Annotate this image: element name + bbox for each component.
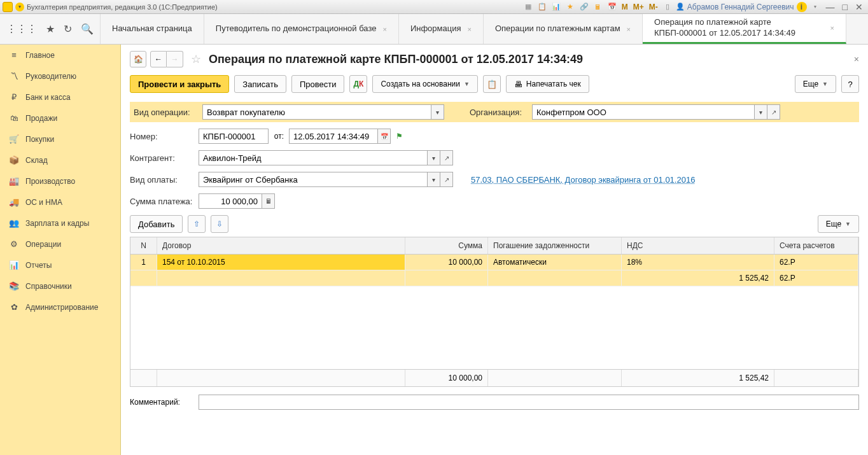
favorite-star-icon[interactable]: ☆	[191, 52, 201, 66]
maximize-button[interactable]: □	[840, 2, 850, 12]
calc-icon[interactable]: 🖩	[592, 1, 604, 13]
table-row[interactable]: 1 154 от 10.10.2015 10 000,00 Автоматиче…	[130, 255, 858, 270]
tab-card-op-doc[interactable]: Операция по платежной карте КПБП-000001 …	[643, 14, 846, 44]
sidebar-item-catalogs[interactable]: 📚Справочники	[0, 276, 120, 297]
move-up-button[interactable]	[188, 215, 206, 233]
payment-type-input[interactable]	[199, 172, 428, 187]
settings-icon: ✿	[9, 302, 19, 312]
print-check-button[interactable]: Напечатать чек	[506, 75, 589, 93]
history-icon[interactable]: ↻	[64, 23, 72, 35]
dk-button[interactable]: ДК	[349, 75, 367, 93]
dropdown-button[interactable]: ▾	[755, 104, 767, 120]
tab-guide[interactable]: Путеводитель по демонстрационной базе×	[204, 14, 399, 44]
back-button[interactable]: ←	[150, 51, 167, 67]
search-icon[interactable]: 🔍	[81, 23, 94, 35]
info-icon[interactable]: i	[797, 2, 807, 12]
page-header: 🏠 ← → ☆ Операция по платежной карте КПБП…	[130, 51, 859, 67]
col-acc[interactable]: Счета расчетов	[774, 237, 858, 254]
sidebar-item-sales[interactable]: 🛍Продажи	[0, 108, 120, 129]
m-button[interactable]: M	[620, 3, 629, 11]
sidebar-item-reports[interactable]: 📊Отчеты	[0, 255, 120, 276]
dropdown-button[interactable]: ▾	[428, 172, 440, 187]
forward-button[interactable]: →	[167, 51, 183, 67]
grid-header: N Договор Сумма Погашение задолженности …	[130, 237, 858, 255]
org-input[interactable]	[532, 104, 755, 120]
post-and-close-button[interactable]: Провести и закрыть	[130, 75, 229, 93]
sidebar-item-production[interactable]: 🏭Производство	[0, 171, 120, 192]
sidebar-item-bank[interactable]: ₽Банк и касса	[0, 87, 120, 108]
close-icon[interactable]: ×	[627, 25, 631, 33]
col-sum[interactable]: Сумма	[405, 237, 488, 254]
more-button[interactable]: Еще ▼	[795, 75, 836, 93]
sidebar-item-operations[interactable]: ⚙Операции	[0, 234, 120, 255]
open-button[interactable]: ↗	[440, 150, 453, 165]
arrow-down-icon	[216, 220, 223, 228]
star-icon[interactable]: ★	[564, 1, 576, 13]
clipboard-icon[interactable]: 📋	[536, 1, 548, 13]
sidebar-item-admin[interactable]: ✿Администрирование	[0, 297, 120, 318]
sidebar-item-warehouse[interactable]: 📦Склад	[0, 150, 120, 171]
save-button[interactable]: Записать	[234, 75, 286, 93]
add-row-button[interactable]: Добавить	[130, 215, 183, 233]
counterparty-input[interactable]	[199, 150, 428, 165]
minimize-button[interactable]: —	[823, 2, 837, 12]
move-down-button[interactable]	[211, 215, 228, 233]
number-input[interactable]	[199, 129, 269, 144]
table-sub-row[interactable]: 1 525,42 62.Р	[130, 270, 858, 286]
sidebar-item-hr[interactable]: 👥Зарплата и кадры	[0, 213, 120, 234]
comment-input[interactable]	[199, 395, 859, 410]
tab-home[interactable]: Начальная страница	[101, 14, 204, 44]
help-button[interactable]: ?	[841, 75, 859, 93]
info-dropdown[interactable]: ▾	[809, 1, 821, 13]
tabs-bar: ⋮⋮⋮ ★ ↻ 🔍 Начальная страница Путеводител…	[0, 14, 868, 45]
amount-input[interactable]	[199, 193, 262, 209]
table-more-button[interactable]: Еще ▼	[818, 215, 859, 233]
payment-agreement-link[interactable]: 57.03, ПАО СБЕРБАНК, Договор эквайринга …	[471, 175, 695, 185]
sidebar-item-main[interactable]: ≡Главное	[0, 45, 120, 66]
tab-card-ops[interactable]: Операции по платежным картам×	[484, 14, 643, 44]
attachments-button[interactable]	[483, 75, 501, 93]
m-minus-button[interactable]: M-	[648, 3, 659, 11]
grid-icon[interactable]: ▦	[522, 1, 534, 13]
dropdown-button[interactable]: ▾	[428, 150, 440, 165]
home-button[interactable]: 🏠	[130, 51, 146, 67]
calendar-button[interactable]: 📅	[378, 129, 391, 144]
grid-body[interactable]: 1 154 от 10.10.2015 10 000,00 Автоматиче…	[130, 255, 858, 369]
col-n[interactable]: N	[130, 237, 157, 254]
chart-icon[interactable]: 📊	[550, 1, 562, 13]
user-name[interactable]: 👤 Абрамов Геннадий Сергеевич	[676, 3, 794, 11]
apps-icon[interactable]: ⋮⋮⋮	[6, 23, 37, 35]
dropdown-button[interactable]: ▾	[431, 104, 444, 120]
post-button[interactable]: Провести	[291, 75, 345, 93]
sidebar-item-assets[interactable]: 🚚ОС и НМА	[0, 192, 120, 213]
open-button[interactable]: ↗	[440, 172, 453, 187]
titlebar: ▾ Бухгалтерия предприятия, редакция 3.0 …	[0, 0, 868, 14]
chart-line-icon: 〽	[9, 71, 19, 81]
close-icon[interactable]: ×	[382, 25, 386, 33]
panel-icon[interactable]: ▯	[662, 1, 673, 13]
calculator-button[interactable]: 🖩	[262, 193, 275, 209]
sidebar-item-purchases[interactable]: 🛒Покупки	[0, 129, 120, 150]
close-button[interactable]: ✕	[853, 2, 865, 12]
col-contract[interactable]: Договор	[157, 237, 405, 254]
col-pay[interactable]: Погашение задолженности	[488, 237, 622, 254]
date-input[interactable]	[289, 129, 378, 144]
chevron-down-icon: ▼	[464, 81, 470, 87]
tab-info[interactable]: Информация×	[399, 14, 484, 44]
payment-type-row: Вид оплаты: ▾ ↗ 57.03, ПАО СБЕРБАНК, Дог…	[130, 172, 859, 187]
chevron-down-icon: ▼	[822, 81, 828, 87]
link-icon[interactable]: 🔗	[578, 1, 590, 13]
op-type-input[interactable]	[202, 104, 431, 120]
calendar-icon[interactable]: 📅	[606, 1, 618, 13]
close-icon[interactable]: ×	[830, 24, 834, 32]
close-icon[interactable]: ×	[467, 25, 471, 33]
close-page-button[interactable]: ×	[854, 54, 859, 64]
favorites-icon[interactable]: ★	[46, 23, 55, 35]
sidebar-item-manager[interactable]: 〽Руководителю	[0, 66, 120, 87]
col-vat[interactable]: НДС	[622, 237, 774, 254]
create-based-button[interactable]: Создать на основании ▼	[372, 75, 477, 93]
app-menu-dropdown[interactable]: ▾	[15, 3, 24, 11]
m-plus-button[interactable]: M+	[632, 3, 645, 11]
grid-footer: 10 000,00 1 525,42	[130, 369, 858, 386]
open-button[interactable]: ↗	[767, 104, 780, 120]
